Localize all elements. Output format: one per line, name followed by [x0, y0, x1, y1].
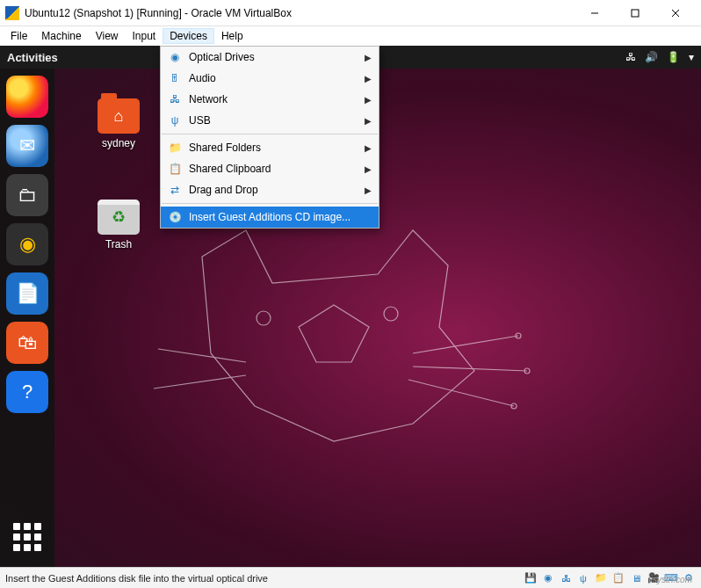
sb-clipboard-icon[interactable]: 📋	[611, 571, 625, 585]
submenu-arrow-icon: ▶	[365, 53, 372, 62]
menu-devices[interactable]: Devices	[163, 28, 214, 44]
network-icon: 🖧	[168, 92, 182, 106]
watermark: vsystn.com	[648, 575, 692, 584]
maximize-button[interactable]	[615, 0, 655, 26]
folder-icon: 📁	[168, 141, 182, 155]
dock-writer[interactable]: 📄	[6, 272, 48, 315]
submenu-arrow-icon: ▶	[365, 95, 372, 105]
svg-point-4	[257, 311, 271, 325]
sb-usb-icon[interactable]: ψ	[576, 571, 590, 585]
dock-show-apps[interactable]	[6, 516, 48, 558]
window-title: Ubuntu12 (Snapshot 1) [Running] - Oracle…	[25, 7, 575, 19]
clipboard-icon: 📋	[168, 162, 182, 176]
dock-files[interactable]: 🗀	[6, 174, 48, 216]
apps-grid-icon	[13, 523, 41, 551]
submenu-arrow-icon: ▶	[365, 164, 372, 174]
menu-separator	[162, 203, 378, 204]
submenu-arrow-icon: ▶	[365, 185, 372, 195]
window-titlebar: Ubuntu12 (Snapshot 1) [Running] - Oracle…	[0, 0, 701, 26]
svg-line-6	[413, 336, 518, 353]
dock-help[interactable]: ?	[6, 371, 48, 413]
home-folder-icon	[98, 98, 140, 134]
usb-icon: ψ	[168, 113, 182, 127]
system-tray[interactable]: 🖧 🔊 🔋 ▾	[625, 51, 694, 63]
menu-file[interactable]: File	[4, 28, 34, 44]
drag-icon: ⇄	[168, 183, 182, 197]
cd-icon: 💿	[168, 210, 182, 224]
svg-line-7	[413, 367, 527, 371]
audio-icon: 🎚	[168, 71, 182, 85]
svg-line-10	[154, 375, 246, 388]
menu-machine[interactable]: Machine	[34, 28, 88, 44]
sb-hdd-icon[interactable]: 💾	[524, 571, 538, 585]
menu-input[interactable]: Input	[126, 28, 163, 44]
sb-disc-icon[interactable]: ◉	[541, 571, 555, 585]
vb-menubar: File Machine View Input Devices Help	[0, 26, 701, 46]
trash-icon	[98, 200, 140, 235]
close-button[interactable]	[655, 0, 696, 26]
menu-item-insert-guest-additions[interactable]: 💿 Insert Guest Additions CD image...	[161, 207, 379, 228]
activities-button[interactable]: Activities	[7, 51, 58, 64]
wallpaper-art	[149, 221, 589, 547]
menu-item-shared-folders[interactable]: 📁 Shared Folders ▶	[161, 137, 379, 158]
network-icon[interactable]: 🖧	[625, 51, 636, 63]
menu-item-drag-and-drop[interactable]: ⇄ Drag and Drop ▶	[161, 179, 379, 200]
submenu-arrow-icon: ▶	[365, 143, 372, 153]
guest-screen: Activities 16:58 🖧 🔊 🔋 ▾ ✉ 🗀 ◉ 📄 🛍 ? syd…	[0, 46, 701, 567]
menu-separator	[162, 134, 378, 134]
desktop-icon-label: sydney	[88, 137, 149, 149]
menu-item-shared-clipboard[interactable]: 📋 Shared Clipboard ▶	[161, 158, 379, 179]
menu-item-audio[interactable]: 🎚 Audio ▶	[161, 68, 379, 89]
virtualbox-icon	[5, 6, 19, 20]
dock-thunderbird[interactable]: ✉	[6, 125, 48, 167]
menu-help[interactable]: Help	[214, 28, 250, 44]
vb-statusbar: Insert the Guest Additions disk file int…	[0, 567, 701, 588]
dock-software[interactable]: 🛍	[6, 322, 48, 364]
dock-firefox[interactable]	[6, 76, 48, 118]
disc-icon: ◉	[168, 50, 182, 64]
menu-view[interactable]: View	[89, 28, 126, 44]
menu-item-optical-drives[interactable]: ◉ Optical Drives ▶	[161, 47, 379, 68]
battery-icon[interactable]: 🔋	[667, 51, 680, 63]
menu-item-usb[interactable]: ψ USB ▶	[161, 110, 379, 131]
dock-rhythmbox[interactable]: ◉	[6, 223, 48, 265]
volume-icon[interactable]: 🔊	[645, 51, 658, 63]
statusbar-message: Insert the Guest Additions disk file int…	[5, 573, 524, 584]
sb-network-icon[interactable]: 🖧	[559, 571, 573, 585]
minimize-button[interactable]	[575, 0, 615, 26]
svg-line-9	[158, 349, 246, 362]
svg-line-8	[408, 380, 514, 406]
svg-rect-1	[632, 10, 639, 17]
menu-item-network[interactable]: 🖧 Network ▶	[161, 89, 379, 110]
sb-display-icon[interactable]: 🖥	[629, 571, 643, 585]
svg-point-5	[384, 307, 398, 321]
desktop-icon-label: Trash	[88, 238, 149, 250]
devices-dropdown: ◉ Optical Drives ▶ 🎚 Audio ▶ 🖧 Network ▶…	[160, 46, 379, 229]
sb-shared-folder-icon[interactable]: 📁	[594, 571, 608, 585]
chevron-down-icon[interactable]: ▾	[689, 51, 694, 63]
desktop-icon-sydney[interactable]: sydney	[88, 98, 149, 149]
desktop-icon-trash[interactable]: Trash	[88, 200, 149, 250]
ubuntu-dock: ✉ 🗀 ◉ 📄 🛍 ?	[0, 69, 54, 567]
submenu-arrow-icon: ▶	[365, 74, 372, 83]
submenu-arrow-icon: ▶	[365, 116, 372, 126]
